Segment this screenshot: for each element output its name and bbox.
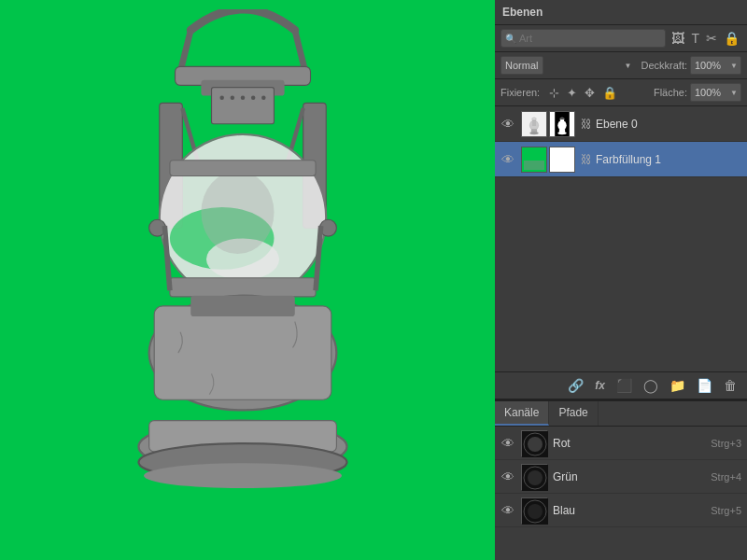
text-filter-icon[interactable]: T — [689, 30, 701, 47]
blend-mode-select[interactable]: Normal — [500, 56, 543, 75]
search-icon: 🔍 — [505, 34, 516, 44]
channel-name-rot: Rot — [553, 437, 705, 450]
fix-lock-icon[interactable]: 🔒 — [600, 85, 619, 101]
svg-rect-22 — [190, 296, 295, 316]
svg-point-26 — [144, 463, 342, 488]
layer-item-ebene0[interactable]: 👁 — [495, 106, 747, 142]
svg-point-33 — [529, 132, 538, 134]
layer-name-farbfuellung1: Farbfüllung 1 — [596, 153, 741, 166]
svg-rect-16 — [170, 161, 316, 176]
channels-list: 👁 Rot Strg+3 👁 — [495, 427, 747, 560]
layer-name-ebene0: Ebene 0 — [596, 118, 741, 131]
fix-position-icon[interactable]: ⊹ — [547, 85, 561, 101]
channels-panel: Kanäle Pfade 👁 Rot Strg+3 — [495, 401, 747, 560]
layers-search-row: 🔍 🖼 T ✂ 🔒 — [495, 25, 747, 52]
channel-item-gruen[interactable]: 👁 Grün Strg+4 — [495, 460, 747, 494]
channel-name-blau: Blau — [553, 504, 705, 517]
layer-thumbnails-ebene0 — [521, 111, 575, 137]
layer-chain-ebene0: ⛓ — [581, 118, 590, 131]
lock-filter-icon[interactable]: 🔒 — [722, 30, 741, 47]
blend-mode-row: Normal Deckkraft: 100% — [495, 52, 747, 79]
svg-rect-21 — [154, 306, 331, 399]
channel-visibility-rot[interactable]: 👁 — [500, 436, 515, 451]
layers-panel-title: Ebenen — [502, 6, 543, 19]
layers-panel: Ebenen 🔍 🖼 T ✂ 🔒 Normal Deckkra — [495, 0, 747, 401]
opacity-select[interactable]: 100% — [690, 56, 741, 75]
svg-point-38 — [557, 132, 566, 134]
svg-point-50 — [528, 504, 543, 519]
layer-thumb-mask-ebene0 — [549, 111, 575, 137]
canvas-area — [0, 0, 495, 560]
channel-thumb-rot — [521, 430, 547, 456]
channel-shortcut-gruen: Strg+4 — [711, 471, 741, 483]
fix-pixel-icon[interactable]: ✦ — [565, 85, 579, 101]
svg-point-7 — [261, 96, 265, 100]
new-layer-icon[interactable]: 📄 — [694, 376, 715, 395]
layers-search-box[interactable]: 🔍 — [500, 29, 666, 48]
add-mask-icon[interactable]: ◯ — [641, 376, 661, 395]
delete-layer-icon[interactable]: 🗑 — [721, 376, 740, 395]
layer-visibility-ebene0[interactable]: 👁 — [500, 117, 515, 132]
fix-row: Fixieren: ⊹ ✦ ✥ 🔒 Fläche: 100% — [495, 79, 747, 106]
channel-thumb-gruen — [521, 464, 547, 490]
layers-search-input[interactable] — [519, 33, 661, 44]
fix-move-icon[interactable]: ✥ — [583, 85, 597, 101]
lantern-image — [37, 9, 448, 551]
fx-icon[interactable]: fx — [592, 377, 608, 394]
tab-kanaele[interactable]: Kanäle — [495, 401, 549, 426]
svg-point-6 — [251, 96, 255, 100]
svg-point-3 — [219, 96, 223, 100]
svg-point-44 — [528, 437, 543, 452]
new-group-icon[interactable]: 📁 — [667, 376, 688, 395]
new-adjustment-layer-icon[interactable]: ⬛ — [613, 376, 635, 395]
tab-pfade[interactable]: Pfade — [549, 401, 598, 426]
layer-thumb-content-ebene0 — [521, 111, 547, 137]
layers-toolbar: 🔗 fx ⬛ ◯ 📁 📄 🗑 — [495, 371, 747, 400]
channel-thumb-blau — [521, 497, 547, 524]
layer-thumb-content-farbfuellung1 — [521, 147, 547, 173]
channel-item-rot[interactable]: 👁 Rot Strg+3 — [495, 427, 747, 460]
area-select[interactable]: 100% — [690, 83, 741, 102]
channel-name-gruen: Grün — [553, 470, 705, 483]
layer-visibility-farbfuellung1[interactable]: 👁 — [500, 152, 515, 167]
layers-filter-icons: 🖼 T ✂ 🔒 — [669, 30, 741, 47]
link-icon[interactable]: 🔗 — [565, 376, 586, 395]
opacity-label: Deckkraft: — [641, 60, 687, 71]
area-group: Fläche: 100% — [654, 83, 741, 102]
fix-label: Fixieren: — [500, 87, 540, 98]
svg-rect-2 — [212, 88, 275, 124]
layer-thumb-mask-farbfuellung1 — [549, 147, 575, 173]
svg-rect-36 — [560, 119, 564, 125]
layers-panel-header: Ebenen — [495, 0, 747, 25]
image-filter-icon[interactable]: 🖼 — [669, 30, 686, 47]
svg-rect-41 — [550, 147, 574, 172]
svg-point-47 — [528, 470, 543, 485]
blend-mode-select-wrapper: Normal — [500, 56, 635, 75]
layers-list: 👁 — [495, 106, 747, 371]
channel-item-blau[interactable]: 👁 Blau Strg+5 — [495, 494, 747, 527]
layer-chain-farbfuellung1: ⛓ — [581, 153, 590, 166]
opacity-group: Deckkraft: 100% — [641, 56, 741, 75]
channel-visibility-gruen[interactable]: 👁 — [500, 469, 515, 484]
channel-visibility-blau[interactable]: 👁 — [500, 503, 515, 518]
svg-rect-40 — [524, 161, 544, 170]
layer-thumbnails-farbfuellung1 — [521, 147, 575, 173]
svg-point-5 — [241, 96, 245, 100]
right-panel: Ebenen 🔍 🖼 T ✂ 🔒 Normal Deckkra — [495, 0, 747, 560]
channels-tabs: Kanäle Pfade — [495, 401, 747, 427]
svg-point-4 — [231, 96, 234, 100]
svg-rect-31 — [532, 119, 536, 125]
layer-item-farbfuellung1[interactable]: 👁 ⛓ — [495, 142, 747, 177]
opacity-wrapper: 100% — [690, 56, 741, 75]
svg-point-15 — [201, 171, 274, 254]
channel-shortcut-rot: Strg+3 — [711, 438, 741, 449]
adjustment-filter-icon[interactable]: ✂ — [704, 30, 719, 47]
svg-rect-17 — [170, 278, 316, 297]
area-label: Fläche: — [654, 87, 687, 98]
area-wrapper: 100% — [690, 83, 741, 102]
channel-shortcut-blau: Strg+5 — [711, 505, 741, 516]
